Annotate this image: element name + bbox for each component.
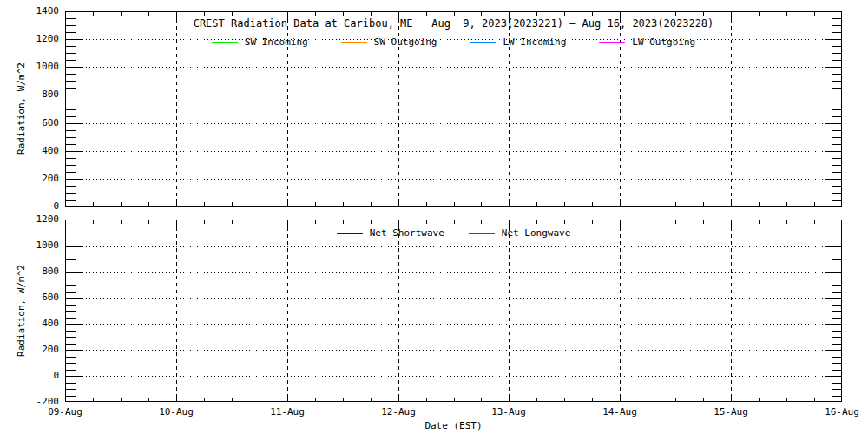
y-axis-tick <box>66 331 76 332</box>
y-axis-tick <box>66 130 76 131</box>
x-axis-tick <box>148 398 149 401</box>
x-axis-tick <box>232 202 233 206</box>
y-tick-label: 0 <box>12 370 59 381</box>
x-axis-tick <box>703 202 704 206</box>
y-axis-tick <box>832 130 841 131</box>
legend-label: SW Outgoing <box>374 36 437 48</box>
x-axis-tick <box>260 12 260 16</box>
x-axis-tick <box>426 398 427 401</box>
y-axis-tick <box>832 318 841 319</box>
y-axis-tick <box>66 383 76 384</box>
y-axis-tick <box>66 172 76 173</box>
x-axis-tick <box>426 202 427 206</box>
x-axis-tick <box>287 199 288 206</box>
y-axis-tick <box>66 285 76 286</box>
y-axis-tick <box>832 357 841 358</box>
y-axis-tick <box>66 337 76 338</box>
radiation-chart: CREST Radiation Data at Caribou, ME Aug … <box>0 0 868 434</box>
x-axis-tick <box>536 12 537 16</box>
y-axis-tick <box>66 272 82 273</box>
y-axis-tick <box>66 95 82 95</box>
x-axis-tick <box>592 12 593 16</box>
y-axis-tick <box>825 123 841 124</box>
legend-item: SW Incoming <box>212 36 308 48</box>
legend-item: Net Longwave <box>469 227 570 239</box>
x-axis-tick <box>121 220 122 224</box>
y-axis-tick <box>832 253 841 253</box>
y-axis-tick <box>66 305 76 306</box>
y-tick-label: 400 <box>12 318 59 329</box>
x-axis-tick <box>509 12 510 19</box>
y-axis-tick <box>832 266 841 266</box>
x-axis-tick <box>232 398 233 401</box>
y-gridline <box>82 67 825 68</box>
x-axis-tick <box>648 12 648 16</box>
y-tick-label: 600 <box>12 292 59 303</box>
legend-label: LW Outgoing <box>632 36 695 48</box>
y-axis-tick <box>66 266 76 266</box>
x-axis-tick <box>675 220 676 224</box>
y-axis-tick <box>825 350 841 351</box>
legend-line-swatch <box>469 233 495 234</box>
y-axis-tick <box>66 376 82 377</box>
y-axis-tick <box>825 272 841 273</box>
y-axis-tick <box>832 292 841 293</box>
x-gridline <box>620 227 621 394</box>
y-axis-tick <box>66 298 82 299</box>
x-gridline <box>287 227 288 394</box>
y-axis-tick <box>66 53 76 54</box>
x-axis-tick <box>343 202 344 206</box>
x-axis-tick <box>731 199 732 206</box>
y-gridline <box>82 350 825 351</box>
x-axis-tick <box>564 12 565 16</box>
y-axis-tick <box>832 259 841 260</box>
y-axis-tick <box>66 74 76 75</box>
x-axis-tick <box>454 202 455 206</box>
x-axis-tick <box>759 398 760 401</box>
y-axis-tick <box>66 109 76 110</box>
y-axis-tick <box>66 259 76 260</box>
x-axis-tick <box>731 12 732 19</box>
x-axis-tick <box>648 398 648 401</box>
y-tick-label: 0 <box>12 201 59 212</box>
y-axis-tick <box>825 179 841 180</box>
legend: SW IncomingSW OutgoingLW IncomingLW Outg… <box>65 36 842 48</box>
x-tick-label: 11-Aug <box>260 406 315 418</box>
x-axis-tick <box>371 398 372 401</box>
x-axis-tick <box>343 12 344 16</box>
x-axis-tick <box>287 12 288 19</box>
y-tick-label: 400 <box>12 145 59 156</box>
y-axis-tick <box>66 389 76 390</box>
x-axis-tick <box>148 202 149 206</box>
legend-item: LW Outgoing <box>599 36 695 48</box>
legend-label: LW Incoming <box>503 36 567 48</box>
y-axis-tick <box>66 25 76 26</box>
y-axis-tick <box>66 311 76 312</box>
x-gridline <box>509 227 510 394</box>
y-axis-tick <box>832 102 841 102</box>
y-axis-tick <box>825 376 841 377</box>
y-axis-tick <box>832 383 841 384</box>
x-axis-tick <box>426 12 427 16</box>
x-tick-label: 13-Aug <box>481 406 536 418</box>
x-axis-tick <box>204 12 205 16</box>
x-axis-tick <box>509 199 510 206</box>
x-axis-tick <box>287 394 288 401</box>
y-axis-tick <box>66 151 82 152</box>
y-axis-tick <box>66 240 76 240</box>
y-axis-tick <box>832 370 841 371</box>
y-gridline <box>82 95 825 95</box>
y-axis-tick <box>66 279 76 279</box>
y-axis-tick <box>832 165 841 166</box>
x-axis-tick <box>148 12 149 16</box>
y-axis-tick <box>832 25 841 26</box>
y-tick-label: 800 <box>12 89 59 100</box>
y-axis-tick <box>832 193 841 194</box>
y-axis-tick <box>832 88 841 89</box>
y-axis-tick <box>825 67 841 68</box>
y-tick-label: 1200 <box>12 33 59 44</box>
y-axis-tick <box>832 18 841 19</box>
y-tick-label: 600 <box>12 117 59 128</box>
y-tick-label: 200 <box>12 173 59 184</box>
y-axis-tick <box>66 357 76 358</box>
